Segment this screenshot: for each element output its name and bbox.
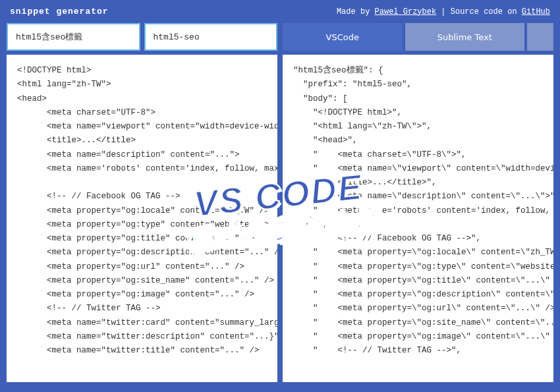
- app-title: snippet generator: [10, 7, 109, 16]
- code-line: "prefix": "html5-seo",: [293, 78, 543, 92]
- code-line: <meta property="og:url" content="..." />: [17, 260, 267, 274]
- code-line: " <title>...</title>",: [293, 176, 543, 190]
- code-line: " <meta property=\"og:image\" content=\"…: [293, 330, 543, 344]
- code-line: <meta property="og:description" content=…: [17, 246, 267, 260]
- code-line: " <!-- // Facebook OG TAG -->",: [293, 232, 543, 246]
- code-line: " <!-- // Twitter TAG -->",: [293, 344, 543, 358]
- code-line: <meta name="twitter:description" content…: [17, 330, 267, 344]
- code-line: <meta property="og:site_name" content=".…: [17, 274, 267, 288]
- code-line: " <meta name='robots' content='index, fo…: [293, 204, 543, 218]
- code-line: [17, 176, 267, 190]
- tab-trigger-input[interactable]: [144, 23, 278, 51]
- code-line: "<head>",: [293, 134, 543, 148]
- code-line: <title>...</title>: [17, 134, 267, 148]
- inputs-row: [7, 23, 277, 51]
- code-line: "<html lang=\"zh-TW\">",: [293, 120, 543, 134]
- main-content: <!DOCTYPE html><html lang="zh-TW"><head>…: [0, 23, 560, 382]
- code-line: " <meta property=\"og:url\" content=\"..…: [293, 302, 543, 316]
- code-line: <meta charset="UTF-8">: [17, 106, 267, 120]
- code-line: <!-- // Facebook OG TAG -->: [17, 190, 267, 204]
- code-line: "",: [293, 218, 543, 232]
- code-line: <meta name='robots' content='index, foll…: [17, 162, 267, 176]
- left-panel: <!DOCTYPE html><html lang="zh-TW"><head>…: [7, 23, 277, 382]
- code-line: <!-- // Twitter TAG -->: [17, 302, 267, 316]
- code-line: <!DOCTYPE html>: [17, 64, 267, 78]
- code-line: " <meta property=\"og:title\" content=\"…: [293, 274, 543, 288]
- output-code-area[interactable]: "html5含seo標籤": { "prefix": "html5-seo", …: [283, 55, 553, 382]
- code-line: " <meta property=\"og:site_name\" conten…: [293, 316, 543, 330]
- code-line: <meta name="description" content="...">: [17, 148, 267, 162]
- github-link[interactable]: GitHub: [522, 7, 550, 16]
- right-panel: VSCode Sublime Text "html5含seo標籤": { "pr…: [283, 23, 553, 382]
- description-input[interactable]: [7, 23, 140, 51]
- code-line: " <meta name=\"description\" content=\".…: [293, 190, 543, 204]
- code-line: " <meta property=\"og:locale\" content=\…: [293, 246, 543, 260]
- source-code-area[interactable]: <!DOCTYPE html><html lang="zh-TW"><head>…: [7, 55, 277, 382]
- code-line: "html5含seo標籤": {: [293, 64, 543, 78]
- author-link[interactable]: Pawel Grzybek: [375, 7, 437, 16]
- code-line: <meta property="og:title" content="..." …: [17, 232, 267, 246]
- header-credits: Made by Pawel Grzybek | Source code on G…: [337, 7, 550, 16]
- code-line: <meta name="viewport" content="width=dev…: [17, 120, 267, 134]
- code-line: <meta property="og:image" content="..." …: [17, 288, 267, 302]
- code-line: <meta name="twitter:title" content="..."…: [17, 344, 267, 358]
- code-line: <meta property="og:type" content="websit…: [17, 218, 267, 232]
- code-line: <html lang="zh-TW">: [17, 78, 267, 92]
- code-line: " <meta charset=\"UTF-8\">",: [293, 148, 543, 162]
- header: snippet generator Made by Pawel Grzybek …: [0, 0, 560, 23]
- code-line: " <meta property=\"og:description\" cont…: [293, 288, 543, 302]
- editor-tabs: VSCode Sublime Text: [283, 23, 553, 51]
- code-line: "<!DOCTYPE html>",: [293, 106, 543, 120]
- code-line: <head>: [17, 92, 267, 106]
- tab-extra[interactable]: [527, 23, 553, 51]
- code-line: " <meta property=\"og:type\" content=\"w…: [293, 260, 543, 274]
- code-line: <meta property="og:locale" content="zh_T…: [17, 204, 267, 218]
- code-line: <meta name="twitter:card" content="summa…: [17, 316, 267, 330]
- tab-sublime[interactable]: Sublime Text: [405, 23, 525, 51]
- tab-vscode[interactable]: VSCode: [283, 23, 403, 51]
- code-line: "body": [: [293, 92, 543, 106]
- code-line: " <meta name=\"viewport\" content=\"widt…: [293, 162, 543, 176]
